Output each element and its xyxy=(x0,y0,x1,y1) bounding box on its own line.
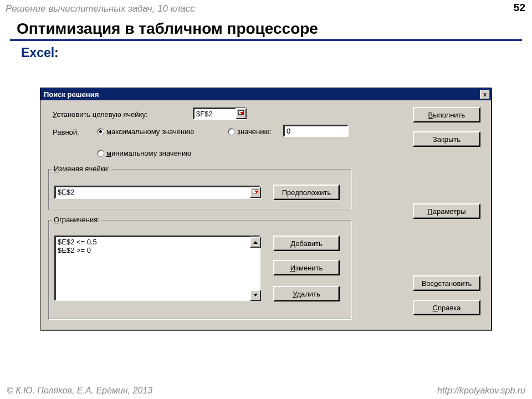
delete-button[interactable]: Удалить xyxy=(273,286,340,301)
run-button[interactable]: Выполнить xyxy=(413,107,480,122)
params-button[interactable]: Параметры xyxy=(413,203,480,219)
page-title: Оптимизация в табличном процессоре xyxy=(0,14,532,38)
radio-value-label: значению: xyxy=(237,127,272,136)
constraints-legend: Ограничения: xyxy=(52,216,101,224)
titlebar[interactable]: Поиск решения x xyxy=(40,88,491,100)
chevron-up-icon xyxy=(253,239,258,244)
footer-copyright: © К.Ю. Поляков, Е.А. Ерёмин, 2013 xyxy=(7,386,152,396)
value-input[interactable]: 0 xyxy=(283,125,349,137)
constraint-item[interactable]: $E$2 <= 0,5 xyxy=(58,238,257,246)
collapse-ref-icon[interactable] xyxy=(236,108,247,119)
changing-cells-input[interactable]: $E$2 xyxy=(54,186,260,199)
slide-header: Решение вычислительных задач, 10 класс xyxy=(0,0,532,14)
restore-button[interactable]: Восостановить xyxy=(413,275,480,291)
subtitle: Excel: xyxy=(0,41,532,60)
scroll-down-button[interactable] xyxy=(250,290,261,301)
subtitle-app: Excel xyxy=(21,45,54,60)
close-dialog-button[interactable]: Закрыть xyxy=(413,131,480,147)
close-icon: x xyxy=(483,91,487,98)
changing-cells-legend: Изменяя ячейки: xyxy=(52,165,111,173)
slide-footer: © К.Ю. Поляков, Е.А. Ерёмин, 2013 http:/… xyxy=(0,382,532,399)
close-button[interactable]: x xyxy=(480,90,490,99)
constraints-list[interactable]: $E$2 <= 0,5 $E$2 >= 0 xyxy=(54,236,260,301)
radio-min-label: минимальному значению xyxy=(106,149,191,157)
subtitle-colon: : xyxy=(54,45,59,60)
radio-icon xyxy=(97,128,104,135)
help-button[interactable]: Справка xyxy=(413,300,480,315)
page-number: 52 xyxy=(514,2,525,14)
radio-min[interactable]: минимальному значению xyxy=(97,149,191,157)
radio-max-label: максимальному значению xyxy=(106,127,194,136)
collapse-ref-icon[interactable] xyxy=(250,187,261,198)
radio-value[interactable]: значению: xyxy=(228,127,272,136)
add-button[interactable]: Добавить xyxy=(273,236,340,251)
footer-url: http://kpolyakov.spb.ru xyxy=(437,386,525,396)
change-button[interactable]: Изменить xyxy=(273,260,340,275)
equal-to-label: Равной: xyxy=(53,128,79,136)
radio-icon xyxy=(228,128,235,135)
dialog-title: Поиск решения xyxy=(44,90,99,99)
radio-icon xyxy=(97,150,104,157)
chevron-down-icon xyxy=(253,294,258,299)
solver-dialog: Поиск решения x Установить целевую ячейк… xyxy=(40,88,492,330)
radio-max[interactable]: максимальному значению xyxy=(97,127,194,136)
constraint-item[interactable]: $E$2 >= 0 xyxy=(58,246,257,254)
scroll-up-button[interactable] xyxy=(250,237,261,248)
suggest-button[interactable]: Предположить xyxy=(273,185,340,200)
target-cell-label: Установить целевую ячейку: xyxy=(53,110,148,119)
dialog-body: Установить целевую ячейку: $F$2 Равной: … xyxy=(40,100,491,330)
